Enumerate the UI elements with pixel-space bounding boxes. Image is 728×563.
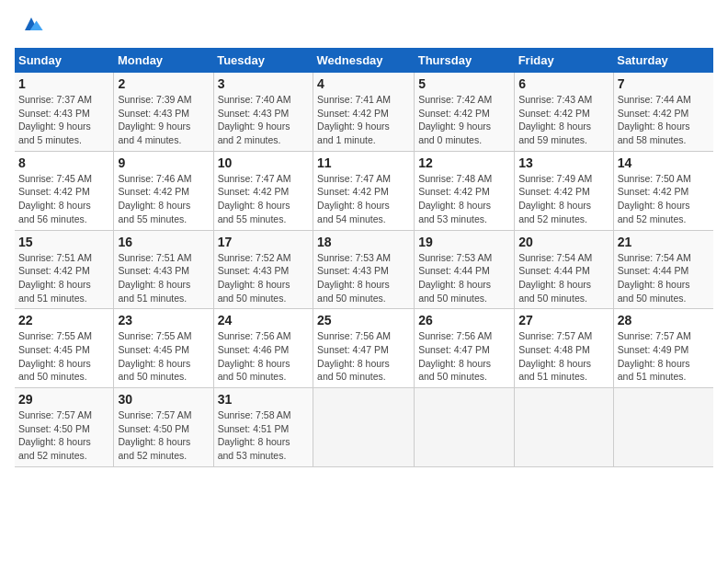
day-cell: 1Sunrise: 7:37 AM Sunset: 4:43 PM Daylig… — [15, 73, 114, 151]
day-cell: 31Sunrise: 7:58 AM Sunset: 4:51 PM Dayli… — [213, 388, 313, 467]
day-info: Sunrise: 7:49 AM Sunset: 4:42 PM Dayligh… — [518, 172, 609, 226]
day-number: 3 — [218, 76, 309, 91]
day-number: 10 — [218, 155, 309, 170]
day-number: 21 — [618, 235, 710, 249]
day-number: 23 — [118, 313, 209, 327]
day-cell: 5Sunrise: 7:42 AM Sunset: 4:42 PM Daylig… — [415, 73, 515, 151]
day-cell: 27Sunrise: 7:57 AM Sunset: 4:48 PM Dayli… — [515, 309, 614, 388]
day-info: Sunrise: 7:56 AM Sunset: 4:47 PM Dayligh… — [317, 329, 410, 384]
day-number: 25 — [317, 313, 410, 327]
day-number: 31 — [218, 392, 309, 407]
day-info: Sunrise: 7:50 AM Sunset: 4:42 PM Dayligh… — [618, 172, 710, 226]
day-number: 30 — [118, 392, 209, 407]
day-info: Sunrise: 7:54 AM Sunset: 4:44 PM Dayligh… — [618, 251, 710, 305]
day-cell: 12Sunrise: 7:48 AM Sunset: 4:42 PM Dayli… — [415, 151, 515, 230]
day-info: Sunrise: 7:42 AM Sunset: 4:42 PM Dayligh… — [418, 93, 510, 147]
day-number: 5 — [418, 76, 510, 91]
day-number: 16 — [118, 235, 209, 249]
day-info: Sunrise: 7:37 AM Sunset: 4:43 PM Dayligh… — [18, 93, 109, 147]
day-info: Sunrise: 7:52 AM Sunset: 4:43 PM Dayligh… — [218, 251, 309, 305]
day-cell: 21Sunrise: 7:54 AM Sunset: 4:44 PM Dayli… — [613, 230, 713, 309]
day-number: 12 — [418, 155, 510, 170]
day-info: Sunrise: 7:47 AM Sunset: 4:42 PM Dayligh… — [218, 172, 309, 226]
day-number: 14 — [618, 155, 710, 170]
day-cell: 16Sunrise: 7:51 AM Sunset: 4:43 PM Dayli… — [114, 230, 213, 309]
day-number: 2 — [118, 76, 209, 91]
header-saturday: Saturday — [613, 48, 713, 73]
day-cell: 30Sunrise: 7:57 AM Sunset: 4:50 PM Dayli… — [114, 388, 213, 467]
day-number: 4 — [317, 76, 410, 91]
day-info: Sunrise: 7:53 AM Sunset: 4:43 PM Dayligh… — [317, 251, 410, 305]
day-info: Sunrise: 7:48 AM Sunset: 4:42 PM Dayligh… — [418, 172, 510, 226]
day-cell: 4Sunrise: 7:41 AM Sunset: 4:42 PM Daylig… — [313, 73, 415, 151]
header-tuesday: Tuesday — [213, 48, 313, 73]
header-friday: Friday — [515, 48, 614, 73]
day-number: 27 — [518, 313, 609, 327]
day-number: 26 — [418, 313, 510, 327]
day-number: 6 — [518, 76, 609, 91]
day-cell: 8Sunrise: 7:45 AM Sunset: 4:42 PM Daylig… — [15, 151, 114, 230]
day-number: 22 — [18, 313, 109, 327]
day-info: Sunrise: 7:39 AM Sunset: 4:43 PM Dayligh… — [118, 93, 209, 147]
week-row-1: 1Sunrise: 7:37 AM Sunset: 4:43 PM Daylig… — [15, 73, 713, 151]
day-cell: 22Sunrise: 7:55 AM Sunset: 4:45 PM Dayli… — [15, 309, 114, 388]
day-cell: 25Sunrise: 7:56 AM Sunset: 4:47 PM Dayli… — [313, 309, 415, 388]
week-row-3: 15Sunrise: 7:51 AM Sunset: 4:42 PM Dayli… — [15, 230, 713, 309]
day-number: 24 — [218, 313, 309, 327]
day-number: 15 — [18, 235, 109, 249]
week-row-4: 22Sunrise: 7:55 AM Sunset: 4:45 PM Dayli… — [15, 309, 713, 388]
day-cell: 15Sunrise: 7:51 AM Sunset: 4:42 PM Dayli… — [15, 230, 114, 309]
day-cell: 26Sunrise: 7:56 AM Sunset: 4:47 PM Dayli… — [415, 309, 515, 388]
day-cell: 13Sunrise: 7:49 AM Sunset: 4:42 PM Dayli… — [515, 151, 614, 230]
day-info: Sunrise: 7:51 AM Sunset: 4:42 PM Dayligh… — [18, 251, 109, 305]
day-number: 1 — [18, 76, 109, 91]
day-info: Sunrise: 7:44 AM Sunset: 4:42 PM Dayligh… — [618, 93, 710, 147]
day-info: Sunrise: 7:47 AM Sunset: 4:42 PM Dayligh… — [317, 172, 410, 226]
day-info: Sunrise: 7:46 AM Sunset: 4:42 PM Dayligh… — [118, 172, 209, 226]
day-cell: 3Sunrise: 7:40 AM Sunset: 4:43 PM Daylig… — [213, 73, 313, 151]
day-number: 18 — [317, 235, 410, 249]
day-cell: 19Sunrise: 7:53 AM Sunset: 4:44 PM Dayli… — [415, 230, 515, 309]
day-cell: 10Sunrise: 7:47 AM Sunset: 4:42 PM Dayli… — [213, 151, 313, 230]
day-info: Sunrise: 7:53 AM Sunset: 4:44 PM Dayligh… — [418, 251, 510, 305]
day-cell: 7Sunrise: 7:44 AM Sunset: 4:42 PM Daylig… — [613, 73, 713, 151]
day-cell: 18Sunrise: 7:53 AM Sunset: 4:43 PM Dayli… — [313, 230, 415, 309]
day-cell: 28Sunrise: 7:57 AM Sunset: 4:49 PM Dayli… — [613, 309, 713, 388]
day-info: Sunrise: 7:54 AM Sunset: 4:44 PM Dayligh… — [518, 251, 609, 305]
day-number: 17 — [218, 235, 309, 249]
day-info: Sunrise: 7:55 AM Sunset: 4:45 PM Dayligh… — [18, 329, 109, 384]
day-info: Sunrise: 7:40 AM Sunset: 4:43 PM Dayligh… — [218, 93, 309, 147]
day-info: Sunrise: 7:58 AM Sunset: 4:51 PM Dayligh… — [218, 408, 309, 463]
day-cell: 20Sunrise: 7:54 AM Sunset: 4:44 PM Dayli… — [515, 230, 614, 309]
day-cell: 24Sunrise: 7:56 AM Sunset: 4:46 PM Dayli… — [213, 309, 313, 388]
day-info: Sunrise: 7:56 AM Sunset: 4:47 PM Dayligh… — [418, 329, 510, 384]
header-wednesday: Wednesday — [313, 48, 415, 73]
day-info: Sunrise: 7:41 AM Sunset: 4:42 PM Dayligh… — [317, 93, 410, 147]
day-info: Sunrise: 7:57 AM Sunset: 4:48 PM Dayligh… — [518, 329, 609, 384]
day-cell — [515, 388, 614, 467]
day-number: 28 — [618, 313, 710, 327]
day-number: 19 — [418, 235, 510, 249]
day-cell: 17Sunrise: 7:52 AM Sunset: 4:43 PM Dayli… — [213, 230, 313, 309]
day-cell: 9Sunrise: 7:46 AM Sunset: 4:42 PM Daylig… — [114, 151, 213, 230]
day-number: 29 — [18, 392, 109, 407]
header-thursday: Thursday — [415, 48, 515, 73]
day-info: Sunrise: 7:57 AM Sunset: 4:49 PM Dayligh… — [618, 329, 710, 384]
calendar-header: SundayMondayTuesdayWednesdayThursdayFrid… — [15, 48, 713, 73]
day-cell — [613, 388, 713, 467]
day-cell: 6Sunrise: 7:43 AM Sunset: 4:42 PM Daylig… — [515, 73, 614, 151]
week-row-5: 29Sunrise: 7:57 AM Sunset: 4:50 PM Dayli… — [15, 388, 713, 467]
day-info: Sunrise: 7:51 AM Sunset: 4:43 PM Dayligh… — [118, 251, 209, 305]
day-number: 20 — [518, 235, 609, 249]
day-info: Sunrise: 7:55 AM Sunset: 4:45 PM Dayligh… — [118, 329, 209, 384]
day-number: 7 — [618, 76, 710, 91]
day-number: 11 — [317, 155, 410, 170]
day-cell: 11Sunrise: 7:47 AM Sunset: 4:42 PM Dayli… — [313, 151, 415, 230]
calendar-table: SundayMondayTuesdayWednesdayThursdayFrid… — [15, 48, 713, 467]
day-cell: 2Sunrise: 7:39 AM Sunset: 4:43 PM Daylig… — [114, 73, 213, 151]
day-number: 8 — [18, 155, 109, 170]
day-cell — [313, 388, 415, 467]
day-cell: 23Sunrise: 7:55 AM Sunset: 4:45 PM Dayli… — [114, 309, 213, 388]
day-info: Sunrise: 7:57 AM Sunset: 4:50 PM Dayligh… — [118, 408, 209, 463]
logo — [15, 15, 44, 37]
